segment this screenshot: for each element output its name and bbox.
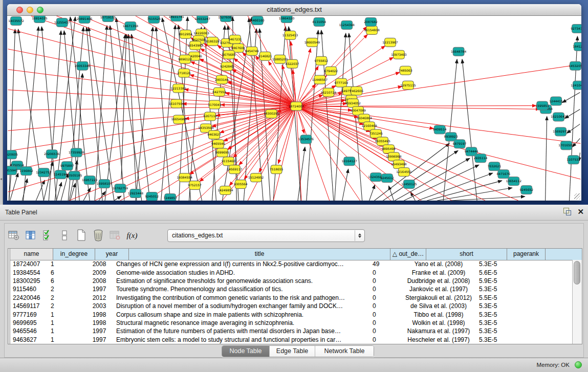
table-cell[interactable]: 9463627 [10,336,48,343]
table-cell[interactable]: Dudbridge et al. (2008) [401,277,476,285]
table-row[interactable]: 1830029562008Estimation of significance … [8,277,572,285]
tab-edge-table[interactable]: Edge Table [270,346,315,357]
function-builder-button[interactable]: f(x) [126,229,138,242]
column-header-out_de[interactable]: △ out_de… [390,249,426,260]
close-panel-icon[interactable]: ✕ [577,208,584,215]
table-row[interactable]: 977716911998Corpus callosum shape and si… [8,310,572,318]
table-cell[interactable]: 9115460 [10,286,48,293]
citation-network-graph[interactable]: 8912954142260639627508165439828186328932… [7,16,581,201]
table-cell[interactable]: Tibbo et al. (1998) [401,311,476,318]
table-cell[interactable]: 2003 [85,302,114,310]
table-cell[interactable]: 1 [48,327,85,335]
table-cell[interactable]: 5.3E-5 [476,327,510,335]
column-header-year[interactable]: year [95,249,129,260]
table-cell[interactable]: 0 [370,302,401,310]
column-header-name[interactable]: name [10,249,53,260]
table-cell[interactable]: 9777169 [10,311,48,318]
table-cell[interactable]: 2012 [85,294,114,301]
table-cell[interactable]: Genome-wide association studies in ADHD. [114,269,370,276]
table-row[interactable]: 1456911722003Disruption of a novel membe… [8,302,572,310]
table-cell[interactable]: 1998 [85,311,114,318]
table-cell[interactable]: 1 [48,260,85,268]
table-cell[interactable]: 1997 [85,336,114,343]
collapsed-control-panel-strip[interactable]: ◂ [0,0,3,205]
table-cell[interactable]: 1998 [85,319,114,326]
table-cell[interactable]: Jankovic et al. (1997) [401,286,476,293]
table-cell[interactable]: Investigating the contribution of common… [114,294,370,301]
table-cell[interactable]: 2 [48,294,85,301]
unselect-all-button[interactable] [58,229,71,242]
table-row[interactable]: 946554611997Estimation of the future num… [8,327,572,335]
window-resize-grip[interactable] [574,193,580,200]
table-row[interactable]: 911546021997Tourette syndrome. Phenomeno… [8,285,572,293]
table-cell[interactable]: 1 [48,311,85,318]
table-cell[interactable]: 2008 [85,260,114,268]
table-cell[interactable]: Disruption of a novel member of a sodium… [114,302,370,310]
table-cell[interactable]: 6 [48,269,85,276]
table-cell[interactable]: Yano et al. (2008) [401,260,476,268]
new-column-button[interactable] [75,229,88,242]
table-cell[interactable]: de Silva et al. (2003) [401,302,476,310]
table-cell[interactable]: 1997 [85,327,114,335]
tab-node-table[interactable]: Node Table [222,346,270,357]
table-cell[interactable]: 5.3E-5 [476,286,510,293]
table-cell[interactable]: 0 [370,311,401,318]
float-panel-icon[interactable] [563,208,571,215]
table-cell[interactable]: 0 [370,286,401,293]
table-cell[interactable]: 1 [48,336,85,343]
column-header-title[interactable]: title [129,249,390,260]
scrollbar-thumb[interactable] [574,261,580,285]
table-row[interactable]: 2242004622012Investigating the contribut… [8,294,572,302]
table-cell[interactable]: 14569117 [10,302,48,310]
column-header-short[interactable]: short [426,249,507,260]
show-columns-button[interactable] [25,229,37,242]
table-cell[interactable]: 5.3E-5 [476,302,510,310]
table-cell[interactable]: 18300295 [10,277,48,285]
column-header-pagerank[interactable]: pagerank [507,249,546,260]
table-cell[interactable]: 9465546 [10,327,48,335]
table-selector-dropdown[interactable]: citations_edges.txt [167,229,365,242]
table-cell[interactable]: Tourette syndrome. Phenomenology and cla… [114,286,370,293]
table-cell[interactable]: 0 [370,294,401,301]
table-cell[interactable]: 1 [48,319,85,326]
table-cell[interactable]: 5.3E-5 [476,260,510,268]
table-cell[interactable]: 2 [48,286,85,293]
table-cell[interactable]: 5.9E-5 [476,277,510,285]
table-cell[interactable]: 19384554 [10,269,48,276]
table-cell[interactable]: 22420046 [10,294,48,301]
table-cell[interactable]: 0 [370,269,401,276]
network-view-window[interactable]: citations_edges.txt 89129541422606396275… [7,4,581,201]
window-titlebar[interactable]: citations_edges.txt [7,4,581,16]
table-cell[interactable]: Nakamura et al. (1997) [401,327,476,335]
table-cell[interactable]: Stergiakouli et al. (2012) [401,294,476,301]
table-panel-header[interactable]: Table Panel ✕ [0,205,588,221]
table-cell[interactable]: 0 [370,319,401,326]
delete-column-button[interactable] [92,229,104,242]
table-cell[interactable]: Estimation of the future numbers of pati… [114,327,370,335]
table-cell[interactable]: 49 [370,260,401,268]
table-cell[interactable]: 18724007 [10,260,48,268]
table-cell[interactable]: Changes of HCN gene expression and I(f) … [114,260,370,268]
table-cell[interactable]: Structural magnetic resonance image aver… [114,319,370,326]
table-cell[interactable]: Corpus callosum shape and size in male p… [114,311,370,318]
table-cell[interactable]: 0 [370,277,401,285]
table-row[interactable]: 1938455462009Genome-wide association stu… [8,268,572,276]
table-cell[interactable]: 9699695 [10,319,48,326]
table-cell[interactable]: Embryonic stem cells: a model to study s… [114,336,370,343]
table-row[interactable]: 946362711997Embryonic stem cells: a mode… [8,336,572,344]
table-vertical-scrollbar[interactable] [572,260,582,344]
table-mode-button[interactable] [8,229,20,242]
table-cell[interactable]: 2008 [85,277,114,285]
network-canvas[interactable]: 8912954142260639627508165439828186328932… [7,16,581,201]
table-cell[interactable]: 0 [370,336,401,343]
table-cell[interactable]: 5.3E-5 [476,336,510,343]
table-cell[interactable]: 5.5E-5 [476,294,510,301]
table-cell[interactable]: 5.3E-5 [476,311,510,318]
table-row[interactable]: 969969511998Structural magnetic resonanc… [8,319,572,327]
table-cell[interactable]: 2 [48,302,85,310]
select-all-button[interactable] [41,229,54,242]
table-cell[interactable]: 0 [370,327,401,335]
table-row[interactable]: 1872400712008Changes of HCN gene express… [8,260,572,268]
table-cell[interactable]: 5.6E-5 [476,269,510,276]
table-cell[interactable]: Estimation of significance thresholds fo… [114,277,370,285]
